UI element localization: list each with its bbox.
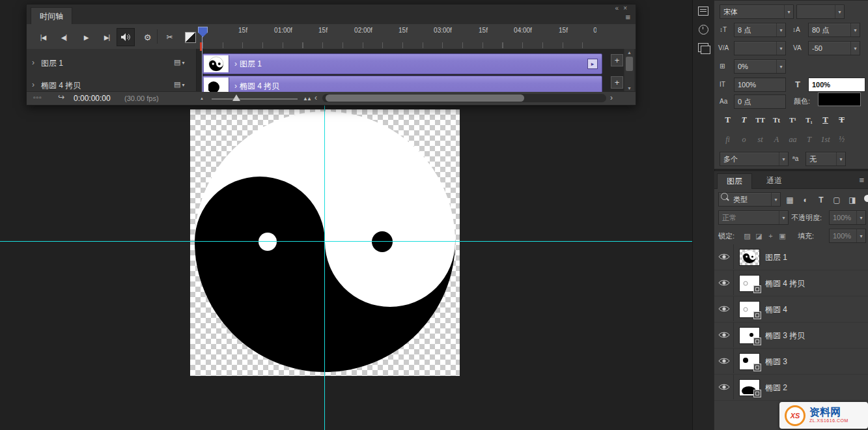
tab-timeline[interactable]: 时间轴 [31, 7, 72, 25]
visibility-toggle[interactable] [714, 375, 734, 399]
swash-button[interactable]: A [768, 132, 785, 147]
disclosure-icon[interactable]: › [234, 81, 237, 91]
disclosure-icon[interactable]: › [234, 59, 237, 68]
scroll-up-icon[interactable]: ▲ [624, 50, 634, 55]
layer-thumbnail[interactable] [739, 275, 760, 292]
filter-toggle[interactable] [864, 195, 868, 202]
fill-select[interactable]: 100% ▾ [829, 229, 866, 243]
zoom-in-icon[interactable]: ▲▲ [303, 96, 311, 102]
lock-position-icon[interactable]: + [765, 230, 776, 242]
scrollbar-thumb[interactable] [326, 94, 524, 102]
scroll-down-icon[interactable]: ▼ [624, 86, 634, 91]
font-style-select[interactable]: ▾ [796, 5, 845, 19]
stylistic-alternates-button[interactable]: aa [785, 132, 801, 147]
discretionary-ligatures-button[interactable]: st [752, 132, 768, 147]
timeline-clip[interactable]: › 椭圆 4 拷贝 [203, 76, 602, 92]
layer-name[interactable]: 椭圆 4 [765, 304, 787, 315]
tracking-select[interactable]: -50 ▾ [808, 41, 860, 55]
track-output-toggle[interactable]: ▤▾ [174, 58, 184, 66]
render-video-icon[interactable]: ↪ [58, 93, 64, 102]
zoom-slider-thumb[interactable] [232, 94, 240, 101]
scroll-left-icon[interactable]: ‹ [315, 93, 317, 102]
all-caps-button[interactable]: TT [752, 113, 768, 127]
panel-menu-icon[interactable]: ≡ [625, 12, 630, 22]
superscript-button[interactable]: T¹ [785, 113, 801, 127]
titling-alternates-button[interactable]: T [801, 132, 817, 147]
strikethrough-button[interactable]: T [833, 113, 850, 127]
clip-end-control[interactable]: ▸ [587, 59, 598, 69]
language-select[interactable]: 多个 ▾ [720, 152, 789, 166]
layer-row[interactable]: 椭圆 3 拷贝 [714, 322, 868, 349]
layer-name[interactable]: 椭圆 3 拷贝 [765, 330, 805, 341]
panel-menu-icon[interactable]: ≡ [859, 175, 864, 185]
subscript-button[interactable]: T₁ [801, 113, 817, 127]
leading-select[interactable]: 80 点 ▾ [808, 23, 860, 37]
layer-thumbnail[interactable] [739, 353, 760, 370]
track-name[interactable]: 椭圆 4 拷贝 [41, 80, 81, 91]
filter-adjustment-layers-icon[interactable]: ◐ [799, 194, 812, 207]
lock-transparent-pixels-icon[interactable]: ▨ [742, 230, 753, 242]
blend-mode-select[interactable]: 正常 ▾ [718, 210, 789, 225]
lock-image-pixels-icon[interactable]: ◪ [753, 230, 764, 242]
layer-row[interactable]: 椭圆 2 [714, 375, 868, 401]
vertical-guide[interactable] [324, 105, 325, 430]
small-caps-button[interactable]: Tt [768, 113, 785, 127]
layer-name[interactable]: 椭圆 3 [765, 356, 787, 367]
layer-thumbnail[interactable] [739, 379, 760, 396]
filter-shape-layers-icon[interactable]: ▢ [830, 194, 843, 207]
ligatures-button[interactable]: fi [720, 132, 736, 147]
scrollbar-thumb[interactable] [626, 57, 633, 71]
convert-to-frame-animation-icon[interactable]: ▫▫▫ [33, 94, 42, 101]
font-size-select[interactable]: 8 点 ▾ [734, 23, 786, 37]
document-canvas[interactable] [190, 109, 460, 376]
visibility-toggle[interactable] [714, 270, 734, 295]
first-frame-button[interactable]: |◀ [35, 29, 51, 45]
layer-row[interactable]: 图层 1 [714, 244, 868, 270]
baseline-shift-field[interactable]: 0 点 [734, 94, 786, 109]
zoom-out-icon[interactable]: ▲ [200, 96, 204, 100]
tracks-scrollbar[interactable]: ▲ ▼ [624, 49, 634, 92]
visibility-toggle[interactable] [714, 296, 734, 321]
visibility-toggle[interactable] [714, 349, 734, 373]
layer-thumbnail[interactable] [739, 249, 760, 266]
filter-pixel-layers-icon[interactable]: ▦ [783, 194, 796, 207]
vertical-scale-field[interactable]: 100% [734, 78, 786, 92]
text-color-swatch[interactable] [819, 93, 860, 106]
play-button[interactable]: ▶ [77, 29, 94, 45]
visibility-toggle[interactable] [714, 244, 734, 269]
work-area-start[interactable] [200, 42, 202, 51]
zoom-slider-track[interactable] [212, 98, 298, 100]
visibility-toggle[interactable] [714, 322, 734, 347]
add-media-button[interactable]: + [611, 76, 623, 89]
underline-button[interactable]: T [817, 113, 833, 127]
layer-name[interactable]: 椭圆 4 拷贝 [765, 278, 805, 289]
previous-frame-button[interactable]: ◀| [55, 29, 72, 45]
track-name[interactable]: 图层 1 [41, 58, 63, 69]
layer-name[interactable]: 椭圆 2 [765, 382, 787, 394]
tab-channels[interactable]: 通道 [757, 173, 791, 188]
timeline-scrollbar[interactable] [322, 94, 606, 102]
anti-alias-select[interactable]: 无 ▾ [805, 152, 846, 166]
disclosure-icon[interactable]: › [32, 80, 35, 89]
time-ruler[interactable]: 15f 01:00f 15f 02:00f 15f 03:00f 15f 04:… [196, 24, 596, 49]
gear-icon[interactable]: ⚙ [139, 29, 156, 45]
panel-dock-button[interactable] [696, 22, 710, 36]
lock-all-icon[interactable]: ▣ [777, 230, 788, 242]
close-icon[interactable]: × [623, 5, 632, 12]
kerning-select[interactable]: ▾ [734, 41, 786, 55]
tab-layers[interactable]: 图层 [717, 173, 752, 189]
mute-audio-button[interactable] [117, 28, 135, 46]
ordinals-button[interactable]: 1st [817, 132, 833, 147]
contextual-alternates-button[interactable]: o [736, 132, 752, 147]
fractions-button[interactable]: ½ [833, 132, 850, 147]
opacity-select[interactable]: 100% ▾ [829, 210, 866, 225]
horizontal-guide[interactable] [0, 241, 692, 242]
timeline-clip[interactable]: › 图层 1 ▸ [203, 53, 602, 74]
layer-row[interactable]: 椭圆 3 [714, 349, 868, 375]
layer-name[interactable]: 图层 1 [765, 252, 787, 263]
disclosure-icon[interactable]: › [32, 58, 35, 67]
layer-row[interactable]: 椭圆 4 拷贝 [714, 270, 868, 296]
track-output-toggle[interactable]: ▤▾ [174, 80, 184, 89]
layer-thumbnail[interactable] [739, 327, 760, 344]
faux-italic-button[interactable]: T [736, 113, 752, 127]
